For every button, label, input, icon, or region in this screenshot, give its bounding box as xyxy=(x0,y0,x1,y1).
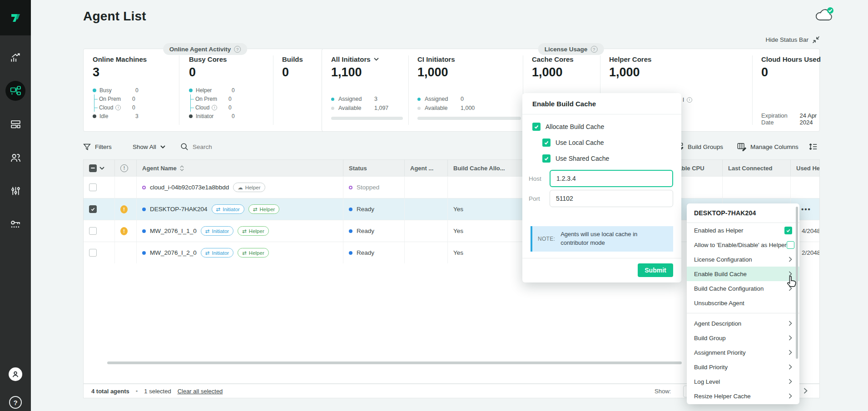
select-menu-chevron-icon[interactable] xyxy=(99,167,104,170)
menu-item-enabled-as-helper[interactable]: Enabled as Helper xyxy=(687,223,799,238)
stat-breakdown: Busy0 On Prem0 Cloudi0 Idle3 xyxy=(93,86,147,120)
info-icon[interactable]: ? xyxy=(234,46,241,53)
menu-item-build-group[interactable]: Build Group xyxy=(687,331,799,345)
menu-item-log-level[interactable]: Log Level xyxy=(687,374,799,389)
pagination-next-button[interactable] xyxy=(804,388,808,394)
show-all-dropdown[interactable]: Show All xyxy=(133,140,165,153)
busy-dot xyxy=(93,89,96,92)
helper-badge: ☁Helper xyxy=(233,183,265,192)
row-checkbox[interactable] xyxy=(89,227,97,235)
swap-icon: ⇄ xyxy=(253,206,258,213)
build-groups-button[interactable]: Build Groups xyxy=(674,140,723,153)
menu-item-assignment-priority[interactable]: Assignment Priority xyxy=(687,345,799,360)
menu-item-build-priority[interactable]: Build Priority xyxy=(687,360,799,374)
clear-all-selected-link[interactable]: Clear all selected xyxy=(178,388,223,395)
help-glyph: ? xyxy=(13,399,17,406)
manage-columns-button[interactable]: Manage Columns xyxy=(737,140,799,153)
host-field-row: Host xyxy=(529,170,673,187)
selected-count-label: 1 selected xyxy=(144,388,171,395)
use-shared-cache-checkbox[interactable]: Use Shared Cache xyxy=(542,154,609,163)
menu-item-agent-description[interactable]: Agent Description xyxy=(687,316,799,331)
stat-label: Busy Cores xyxy=(189,55,235,63)
app-logo[interactable] xyxy=(0,0,31,35)
stat-value: 0 xyxy=(282,65,303,79)
row-checkbox[interactable] xyxy=(89,249,97,257)
info-icon[interactable]: i xyxy=(687,97,692,103)
menu-item-license-configuration[interactable]: License Configuration xyxy=(687,252,799,267)
menu-item-resize-helper-cache[interactable]: Resize Helper Cache xyxy=(687,389,799,403)
info-icon[interactable]: i xyxy=(115,105,121,110)
sidebar-item-agents[interactable] xyxy=(5,81,25,101)
note-box: NOTE: Agents will use local cache in con… xyxy=(531,226,673,252)
manage-columns-icon xyxy=(737,142,746,151)
sidebar-item-license[interactable] xyxy=(8,216,23,232)
host-label: Host xyxy=(529,175,550,182)
agent-name: DESKTOP-7HAK204 xyxy=(150,206,208,213)
checkbox-checked-icon xyxy=(542,139,551,147)
select-all-checkbox[interactable] xyxy=(89,164,97,172)
warning-icon[interactable]: ! xyxy=(120,227,128,235)
info-icon[interactable]: i xyxy=(212,105,217,110)
allocate-build-cache-checkbox[interactable]: Allocate Build Cache xyxy=(532,123,604,131)
ci-initiators-stat: CI Initiators 1,000 Assigned0 Available1… xyxy=(417,55,522,120)
row-height-button[interactable] xyxy=(808,140,818,153)
use-local-cache-checkbox[interactable]: Use Local Cache xyxy=(542,139,604,147)
agent-name-cell: cloud_i-04b92c073e1a8bbdd ☁Helper xyxy=(137,177,343,198)
checkbox-unchecked-icon[interactable] xyxy=(787,241,794,249)
busy-cores-stat: Busy Cores 0 Helper0 On Prem0 Cloudi0 In… xyxy=(189,55,235,120)
sidebar-item-builds[interactable] xyxy=(8,116,23,132)
agent-name-column-header[interactable]: Agent Name xyxy=(137,160,343,176)
search-input[interactable] xyxy=(193,144,247,150)
user-avatar-icon xyxy=(11,370,20,379)
menu-item-enable-build-cache[interactable]: Enable Build Cache xyxy=(687,267,799,281)
sidebar-item-settings[interactable] xyxy=(8,183,23,198)
search-box[interactable] xyxy=(180,140,247,153)
helper-badge: ⇄Helper xyxy=(238,226,269,236)
stat-label: Online Machines xyxy=(93,55,147,63)
stat-value: 1,000 xyxy=(609,65,651,79)
submit-button[interactable]: Submit xyxy=(638,263,673,277)
agent-name-cell: MW_2076_I_1_0 ⇄Initiator ⇄Helper xyxy=(137,220,343,242)
pool-label-fragment: l i xyxy=(683,96,692,103)
cloud-connection-button[interactable] xyxy=(814,6,835,24)
info-icon[interactable]: ? xyxy=(590,46,597,53)
sidebar-item-help[interactable]: ? xyxy=(9,396,22,409)
sidebar-item-account[interactable] xyxy=(9,367,22,381)
port-input[interactable] xyxy=(550,190,673,207)
chevron-right-icon xyxy=(789,335,792,341)
cloud-hours-stat: Cloud Hours Used 0 Expiration Date 24 Ap… xyxy=(761,55,821,126)
warning-icon[interactable]: ! xyxy=(120,205,128,213)
stat-label: CI Initiators xyxy=(417,55,522,63)
row-height-icon xyxy=(808,142,818,151)
sidebar-item-users[interactable] xyxy=(8,150,23,165)
hide-status-bar-button[interactable]: Hide Status Bar xyxy=(745,36,820,44)
menu-item-allow-enable-disable[interactable]: Allow to 'Enable/Disable' as Helper xyxy=(687,238,799,252)
menu-item-unsubscribe-agent[interactable]: Unsubscribe Agent xyxy=(687,296,799,310)
total-agents-label: 4 total agents xyxy=(91,388,129,395)
table-row[interactable]: cloud_i-04b92c073e1a8bbdd ☁Helper Stoppe… xyxy=(84,176,819,198)
row-checkbox[interactable] xyxy=(89,183,97,191)
stat-breakdown: Helper0 On Prem0 Cloudi0 Initiator0 xyxy=(189,86,235,120)
sliders-icon xyxy=(10,185,21,197)
chevron-down-icon xyxy=(160,145,165,149)
host-input[interactable] xyxy=(550,170,673,187)
agents-icon xyxy=(10,85,21,97)
row-checkbox[interactable] xyxy=(89,205,97,213)
menu-item-build-cache-configuration[interactable]: Build Cache Configuration xyxy=(687,281,799,296)
agent-status-dot xyxy=(142,208,146,211)
sidebar: ? xyxy=(0,0,31,411)
checkbox-checked-icon[interactable] xyxy=(784,227,792,234)
sort-icon[interactable] xyxy=(180,165,184,171)
helper-badge: ⇄Helper xyxy=(238,248,269,257)
license-usage-badge: License Usage ? xyxy=(538,43,604,55)
stat-value: 0 xyxy=(761,65,821,79)
row-actions-button[interactable]: ••• xyxy=(801,202,811,216)
port-field-row: Port xyxy=(529,190,673,207)
horizontal-scrollbar[interactable] xyxy=(107,361,682,364)
all-initiators-dropdown[interactable]: All Initiators xyxy=(331,55,404,63)
note-text: Agents will use local cache in contribut… xyxy=(560,230,657,248)
filters-button[interactable]: Filters xyxy=(83,140,112,153)
status-cell: Ready xyxy=(343,242,405,263)
sidebar-item-dashboard[interactable] xyxy=(8,50,23,65)
stat-value: 3 xyxy=(93,65,147,79)
